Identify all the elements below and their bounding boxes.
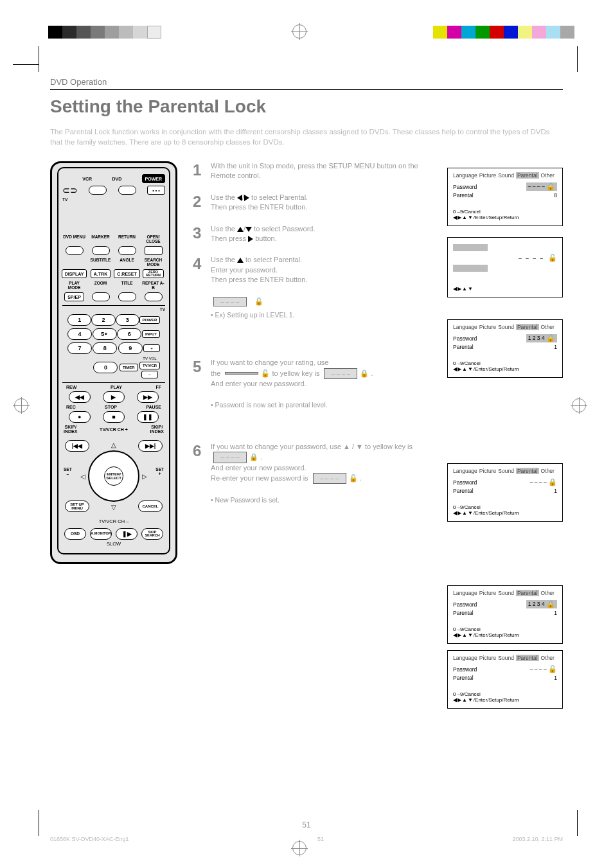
remote-label: REC bbox=[66, 405, 76, 409]
remote-rec-button[interactable]: ● bbox=[69, 411, 91, 423]
remote-control-diagram: VCR DVD POWER ⊂⊃ • • • TV bbox=[50, 161, 177, 564]
remote-label: TITLE bbox=[121, 281, 132, 290]
remote-openclose-button[interactable] bbox=[145, 246, 163, 255]
remote-num-5[interactable]: 5∘ bbox=[93, 328, 117, 340]
remote-label: PAUSE bbox=[146, 405, 161, 409]
osd-tab: Sound bbox=[498, 172, 514, 179]
remote-cancel-button[interactable]: CANCEL bbox=[138, 500, 163, 512]
remote-num-0[interactable]: 0 bbox=[93, 362, 118, 373]
page-number: 51 bbox=[302, 820, 310, 829]
remote-label: SEARCH MODE bbox=[145, 258, 162, 267]
remote-tv-power-button[interactable]: POWER bbox=[139, 316, 160, 324]
remote-label-dvd: DVD bbox=[112, 177, 121, 181]
remote-label: DVD MENU bbox=[63, 235, 85, 244]
remote-spep-button[interactable]: SP/EP bbox=[64, 292, 84, 301]
step-5-hint: • Password is now set in parental level. bbox=[211, 400, 437, 410]
remote-num-8[interactable]: 8 bbox=[93, 342, 117, 354]
remote-num-4[interactable]: 4 bbox=[67, 328, 92, 340]
osd-panel-3: Language Picture Sound Parental Other Pa… bbox=[447, 319, 563, 378]
remote-label: SUBTITLE bbox=[91, 258, 111, 267]
remote-tvvcr-button[interactable]: TV/VCR bbox=[139, 362, 160, 369]
remote-repeatab-button[interactable] bbox=[145, 292, 163, 301]
osd-panel-4: Language Picture Sound Parental Other Pa… bbox=[447, 463, 563, 522]
remote-label: SKIP/ INDEX bbox=[64, 425, 77, 434]
remote-amonitor-button[interactable]: A.MONITOR bbox=[90, 528, 112, 540]
remote-tvvol-label: TV VOL bbox=[143, 357, 156, 360]
remote-label: SET – bbox=[64, 467, 72, 476]
remote-slow-button[interactable]: ❚▶ bbox=[116, 528, 138, 540]
osd-hint: 0 –9/Cancel bbox=[453, 209, 557, 215]
remote-label: SET + bbox=[155, 467, 164, 476]
remote-slow-label: SLOW bbox=[62, 541, 165, 547]
remote-zoom-button[interactable] bbox=[92, 292, 110, 301]
osd-panel-2: – – – – 🔓 ◀▶▲▼ bbox=[447, 237, 563, 297]
lock-icon: 🔓 bbox=[548, 254, 557, 262]
remote-stop-button[interactable]: ■ bbox=[103, 411, 125, 423]
lock-icon: 🔓 bbox=[548, 665, 557, 673]
remote-num-2[interactable]: 2 bbox=[91, 314, 115, 326]
osd-panel-5: Language Picture Sound Parental Other Pa… bbox=[447, 585, 563, 644]
remote-label: RETURN bbox=[118, 235, 136, 244]
remote-return-button[interactable] bbox=[118, 246, 136, 255]
remote-creset-button[interactable]: C.RESET bbox=[114, 269, 139, 278]
remote-rew-button[interactable]: ◀◀ bbox=[69, 391, 91, 403]
osd-panel-1: Language Picture Sound Parental Other Pa… bbox=[447, 168, 563, 226]
step-4: 4 Use the to select Parental.Enter your … bbox=[193, 255, 437, 285]
remote-play-button[interactable]: ▶ bbox=[103, 391, 125, 403]
remote-ff-button[interactable]: ▶▶ bbox=[137, 391, 159, 403]
inline-box: – – – – bbox=[324, 368, 357, 379]
remote-num-7[interactable]: 7 bbox=[67, 342, 92, 354]
remote-vcr-mode[interactable] bbox=[89, 186, 107, 195]
step-4-hint: • Ex) Setting up in LEVEL 1. bbox=[211, 310, 437, 320]
remote-setup-button[interactable]: SET UP MENU bbox=[65, 500, 89, 512]
step-3: 3 Use the / to select Password.Then pres… bbox=[193, 224, 437, 244]
remote-pause-button[interactable]: ❚❚ bbox=[137, 411, 159, 423]
lock-icon: 🔒 bbox=[548, 478, 557, 486]
remote-power-button[interactable]: POWER bbox=[142, 174, 165, 183]
remote-label: PLAY MODE bbox=[62, 281, 86, 290]
remote-skipindex-next[interactable]: ▶▶| bbox=[138, 440, 163, 452]
remote-dvd-mode[interactable] bbox=[118, 186, 136, 195]
remote-voldown-button[interactable]: – bbox=[141, 371, 158, 378]
remote-display-button[interactable]: DISPLAY bbox=[62, 269, 87, 278]
remote-tv-side-label: TV bbox=[62, 307, 165, 312]
inline-box bbox=[225, 372, 258, 375]
remote-num-3[interactable]: 3 bbox=[116, 314, 139, 326]
remote-label: OPEN/ CLOSE bbox=[146, 235, 160, 244]
remote-zeroreturn-button[interactable]: ZERO RETURN bbox=[143, 269, 164, 278]
remote-label: STOP bbox=[105, 405, 117, 409]
lock-icon: 🔒 bbox=[546, 600, 555, 608]
remote-enter-button[interactable]: ENTER/ SELECT bbox=[104, 466, 123, 486]
lock-icon: 🔓 bbox=[546, 334, 555, 342]
remote-title-button[interactable] bbox=[118, 292, 136, 301]
remote-num-9[interactable]: 9 bbox=[118, 342, 143, 354]
remote-num-1[interactable]: 1 bbox=[67, 314, 91, 326]
remote-marker-button[interactable] bbox=[92, 246, 110, 255]
remote-dpad[interactable]: ENTER/ SELECT △ ▽ ◁ ▷ |◀◀ ▶▶| SET UP MEN… bbox=[62, 438, 165, 515]
remote-label: REPEAT A-B bbox=[141, 281, 165, 290]
remote-label: PLAY bbox=[111, 385, 122, 389]
remote-dvdmenu-button[interactable] bbox=[66, 246, 84, 255]
remote-volup-button[interactable]: + bbox=[143, 344, 160, 352]
remote-label: REW bbox=[66, 385, 76, 389]
remote-label: SKIP/ INDEX bbox=[150, 425, 164, 434]
remote-skipindex-prev[interactable]: |◀◀ bbox=[65, 440, 89, 452]
inline-box: – – – – bbox=[213, 452, 247, 463]
page-title: Setting the Parental Lock bbox=[50, 96, 563, 117]
remote-timer-button[interactable]: TIMER bbox=[120, 364, 138, 371]
remote-power-led: • • • bbox=[147, 186, 165, 195]
inline-box: – – – – bbox=[313, 473, 346, 484]
lock-icon: 🔓 bbox=[254, 297, 263, 306]
remote-osd-button[interactable]: OSD bbox=[64, 528, 86, 540]
osd-password-value: – – – – 🔓 bbox=[526, 182, 557, 191]
remote-label: ANGLE bbox=[120, 258, 134, 267]
running-head: DVD Operation bbox=[50, 77, 563, 90]
step-1: 1 With the unit in Stop mode, press the … bbox=[193, 161, 437, 181]
remote-input-button[interactable]: INPUT bbox=[142, 330, 160, 338]
intro-text: The Parental Lock function works in conj… bbox=[50, 127, 551, 147]
remote-atrk-button[interactable]: A.TRK bbox=[91, 269, 111, 278]
remote-skipsearch-button[interactable]: SKIP SEARCH bbox=[141, 528, 163, 540]
step-6: 6 If you want to change your password, u… bbox=[193, 442, 437, 484]
remote-label-vcr: VCR bbox=[82, 177, 92, 181]
remote-num-6[interactable]: 6 bbox=[117, 328, 141, 340]
